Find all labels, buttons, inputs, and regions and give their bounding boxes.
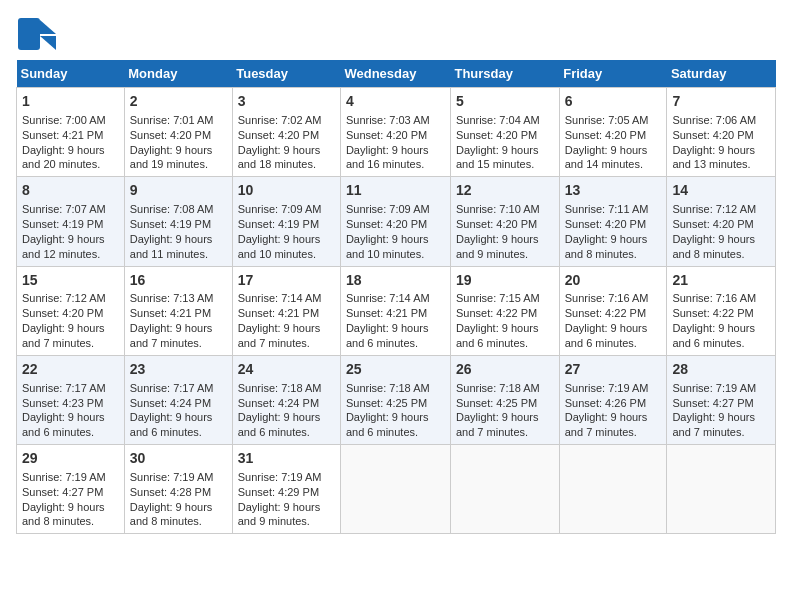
svg-marker-2 bbox=[40, 36, 56, 50]
day-number: 23 bbox=[130, 360, 227, 379]
svg-rect-0 bbox=[18, 18, 40, 50]
calendar-day-27: 27Sunrise: 7:19 AMSunset: 4:26 PMDayligh… bbox=[559, 355, 667, 444]
day-number: 3 bbox=[238, 92, 335, 111]
calendar-day-28: 28Sunrise: 7:19 AMSunset: 4:27 PMDayligh… bbox=[667, 355, 776, 444]
sunrise-label: Sunrise: 7:06 AM bbox=[672, 114, 756, 126]
sunrise-label: Sunrise: 7:10 AM bbox=[456, 203, 540, 215]
daylight-label: Daylight: 9 hours and 7 minutes. bbox=[456, 411, 539, 438]
sunrise-label: Sunrise: 7:09 AM bbox=[238, 203, 322, 215]
sunset-label: Sunset: 4:20 PM bbox=[22, 307, 103, 319]
day-number: 18 bbox=[346, 271, 445, 290]
day-number: 21 bbox=[672, 271, 770, 290]
day-number: 17 bbox=[238, 271, 335, 290]
sunset-label: Sunset: 4:20 PM bbox=[346, 218, 427, 230]
sunset-label: Sunset: 4:22 PM bbox=[456, 307, 537, 319]
sunset-label: Sunset: 4:22 PM bbox=[672, 307, 753, 319]
daylight-label: Daylight: 9 hours and 6 minutes. bbox=[346, 411, 429, 438]
sunrise-label: Sunrise: 7:18 AM bbox=[456, 382, 540, 394]
daylight-label: Daylight: 9 hours and 6 minutes. bbox=[456, 322, 539, 349]
daylight-label: Daylight: 9 hours and 6 minutes. bbox=[346, 322, 429, 349]
sunset-label: Sunset: 4:21 PM bbox=[238, 307, 319, 319]
sunset-label: Sunset: 4:26 PM bbox=[565, 397, 646, 409]
daylight-label: Daylight: 9 hours and 20 minutes. bbox=[22, 144, 105, 171]
calendar-week-2: 8Sunrise: 7:07 AMSunset: 4:19 PMDaylight… bbox=[17, 177, 776, 266]
daylight-label: Daylight: 9 hours and 8 minutes. bbox=[130, 501, 213, 528]
day-number: 6 bbox=[565, 92, 662, 111]
day-number: 1 bbox=[22, 92, 119, 111]
day-number: 5 bbox=[456, 92, 554, 111]
day-number: 26 bbox=[456, 360, 554, 379]
sunrise-label: Sunrise: 7:18 AM bbox=[346, 382, 430, 394]
daylight-label: Daylight: 9 hours and 12 minutes. bbox=[22, 233, 105, 260]
daylight-label: Daylight: 9 hours and 6 minutes. bbox=[672, 322, 755, 349]
sunset-label: Sunset: 4:20 PM bbox=[565, 218, 646, 230]
calendar-day-10: 10Sunrise: 7:09 AMSunset: 4:19 PMDayligh… bbox=[232, 177, 340, 266]
daylight-label: Daylight: 9 hours and 16 minutes. bbox=[346, 144, 429, 171]
sunrise-label: Sunrise: 7:09 AM bbox=[346, 203, 430, 215]
day-number: 29 bbox=[22, 449, 119, 468]
sunset-label: Sunset: 4:20 PM bbox=[456, 218, 537, 230]
calendar-week-4: 22Sunrise: 7:17 AMSunset: 4:23 PMDayligh… bbox=[17, 355, 776, 444]
daylight-label: Daylight: 9 hours and 6 minutes. bbox=[565, 322, 648, 349]
sunrise-label: Sunrise: 7:00 AM bbox=[22, 114, 106, 126]
sunset-label: Sunset: 4:20 PM bbox=[238, 129, 319, 141]
header-monday: Monday bbox=[124, 60, 232, 88]
calendar-day-1: 1Sunrise: 7:00 AMSunset: 4:21 PMDaylight… bbox=[17, 88, 125, 177]
sunrise-label: Sunrise: 7:12 AM bbox=[22, 292, 106, 304]
calendar-week-3: 15Sunrise: 7:12 AMSunset: 4:20 PMDayligh… bbox=[17, 266, 776, 355]
sunset-label: Sunset: 4:27 PM bbox=[22, 486, 103, 498]
header-sunday: Sunday bbox=[17, 60, 125, 88]
sunset-label: Sunset: 4:20 PM bbox=[456, 129, 537, 141]
sunset-label: Sunset: 4:20 PM bbox=[672, 129, 753, 141]
empty-cell bbox=[559, 445, 667, 534]
calendar-day-24: 24Sunrise: 7:18 AMSunset: 4:24 PMDayligh… bbox=[232, 355, 340, 444]
sunset-label: Sunset: 4:19 PM bbox=[238, 218, 319, 230]
day-number: 31 bbox=[238, 449, 335, 468]
day-number: 9 bbox=[130, 181, 227, 200]
sunrise-label: Sunrise: 7:16 AM bbox=[565, 292, 649, 304]
sunset-label: Sunset: 4:22 PM bbox=[565, 307, 646, 319]
empty-cell bbox=[667, 445, 776, 534]
sunrise-label: Sunrise: 7:05 AM bbox=[565, 114, 649, 126]
sunrise-label: Sunrise: 7:02 AM bbox=[238, 114, 322, 126]
sunrise-label: Sunrise: 7:19 AM bbox=[238, 471, 322, 483]
daylight-label: Daylight: 9 hours and 10 minutes. bbox=[238, 233, 321, 260]
sunset-label: Sunset: 4:20 PM bbox=[346, 129, 427, 141]
calendar-day-31: 31Sunrise: 7:19 AMSunset: 4:29 PMDayligh… bbox=[232, 445, 340, 534]
daylight-label: Daylight: 9 hours and 8 minutes. bbox=[672, 233, 755, 260]
day-number: 13 bbox=[565, 181, 662, 200]
calendar-day-6: 6Sunrise: 7:05 AMSunset: 4:20 PMDaylight… bbox=[559, 88, 667, 177]
calendar-day-7: 7Sunrise: 7:06 AMSunset: 4:20 PMDaylight… bbox=[667, 88, 776, 177]
header-thursday: Thursday bbox=[450, 60, 559, 88]
sunset-label: Sunset: 4:25 PM bbox=[456, 397, 537, 409]
day-number: 14 bbox=[672, 181, 770, 200]
sunrise-label: Sunrise: 7:07 AM bbox=[22, 203, 106, 215]
header-friday: Friday bbox=[559, 60, 667, 88]
calendar-day-13: 13Sunrise: 7:11 AMSunset: 4:20 PMDayligh… bbox=[559, 177, 667, 266]
daylight-label: Daylight: 9 hours and 6 minutes. bbox=[22, 411, 105, 438]
empty-cell bbox=[450, 445, 559, 534]
sunrise-label: Sunrise: 7:01 AM bbox=[130, 114, 214, 126]
calendar-day-2: 2Sunrise: 7:01 AMSunset: 4:20 PMDaylight… bbox=[124, 88, 232, 177]
sunrise-label: Sunrise: 7:14 AM bbox=[238, 292, 322, 304]
svg-marker-1 bbox=[40, 20, 56, 34]
calendar-day-8: 8Sunrise: 7:07 AMSunset: 4:19 PMDaylight… bbox=[17, 177, 125, 266]
daylight-label: Daylight: 9 hours and 15 minutes. bbox=[456, 144, 539, 171]
day-number: 25 bbox=[346, 360, 445, 379]
sunrise-label: Sunrise: 7:11 AM bbox=[565, 203, 649, 215]
sunset-label: Sunset: 4:25 PM bbox=[346, 397, 427, 409]
calendar-day-19: 19Sunrise: 7:15 AMSunset: 4:22 PMDayligh… bbox=[450, 266, 559, 355]
header-tuesday: Tuesday bbox=[232, 60, 340, 88]
calendar-day-21: 21Sunrise: 7:16 AMSunset: 4:22 PMDayligh… bbox=[667, 266, 776, 355]
sunrise-label: Sunrise: 7:18 AM bbox=[238, 382, 322, 394]
day-number: 24 bbox=[238, 360, 335, 379]
calendar-day-22: 22Sunrise: 7:17 AMSunset: 4:23 PMDayligh… bbox=[17, 355, 125, 444]
daylight-label: Daylight: 9 hours and 8 minutes. bbox=[22, 501, 105, 528]
sunset-label: Sunset: 4:20 PM bbox=[565, 129, 646, 141]
sunset-label: Sunset: 4:20 PM bbox=[672, 218, 753, 230]
day-number: 30 bbox=[130, 449, 227, 468]
sunset-label: Sunset: 4:19 PM bbox=[22, 218, 103, 230]
day-number: 22 bbox=[22, 360, 119, 379]
daylight-label: Daylight: 9 hours and 19 minutes. bbox=[130, 144, 213, 171]
calendar-day-16: 16Sunrise: 7:13 AMSunset: 4:21 PMDayligh… bbox=[124, 266, 232, 355]
